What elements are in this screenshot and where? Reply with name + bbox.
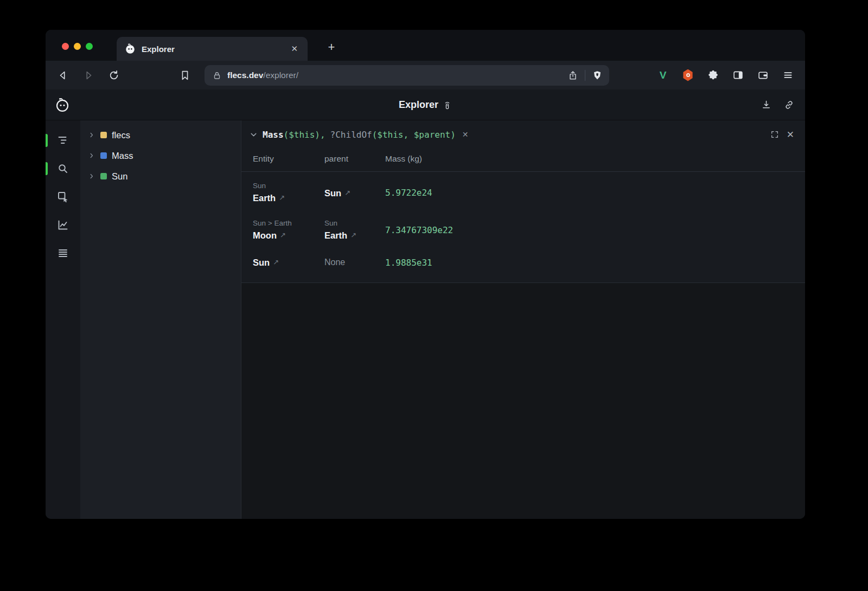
query-header: Mass($this),?ChildOf($this, $parent) ✕ ✕ (241, 120, 805, 149)
url-bar[interactable]: flecs.dev/explorer/ (205, 65, 609, 86)
query-optional-operator: ? (330, 130, 336, 140)
browser-tab[interactable]: Explorer ✕ (117, 37, 308, 61)
clear-query-icon[interactable]: ✕ (462, 130, 469, 139)
entity-cell: Sun Earth↗ (253, 181, 324, 205)
screenshot-stage: Explorer ✕ + (0, 0, 868, 591)
entity-path: Sun (253, 181, 324, 191)
charts-icon[interactable] (55, 217, 71, 233)
entity-color-swatch (100, 152, 107, 159)
wallet-icon[interactable] (753, 66, 773, 85)
minimize-window-button[interactable] (74, 43, 81, 50)
lock-icon (212, 70, 222, 80)
tree-item-mass[interactable]: Mass (80, 145, 241, 166)
chevron-right-icon[interactable] (88, 172, 95, 180)
navigation-bar: flecs.dev/explorer/ V (46, 61, 805, 89)
chevron-right-icon[interactable] (88, 152, 95, 159)
tree-item-label: Mass (112, 151, 133, 161)
query-panel-empty-area (241, 283, 805, 519)
active-indicator (46, 162, 48, 175)
tab-strip: Explorer ✕ + (46, 30, 805, 61)
close-panel-icon[interactable]: ✕ (787, 129, 794, 140)
mass-cell: 1.9885e31 (385, 258, 805, 268)
tree-item-flecs[interactable]: flecs (80, 125, 241, 145)
external-link-icon: ↗ (344, 186, 350, 200)
external-link-icon: ↗ (279, 191, 285, 205)
share-icon[interactable] (567, 70, 578, 81)
explorer-content: flecs Mass Sun (46, 120, 805, 519)
query-term-name: ChildOf (335, 130, 372, 140)
query-expression[interactable]: Mass($this),?ChildOf($this, $parent) (263, 130, 456, 140)
parent-cell: Sun↗ (324, 186, 385, 200)
header-actions (756, 95, 805, 114)
sidebar-toggle-icon[interactable] (728, 66, 748, 85)
query-term-args: ($this, $parent) (372, 130, 456, 140)
link-icon[interactable] (779, 95, 799, 114)
entity-tree-icon[interactable] (55, 132, 71, 149)
entity-cell: Sun↗ (253, 255, 324, 269)
parent-cell: None (324, 258, 385, 267)
tree-item-sun[interactable]: Sun (80, 166, 241, 187)
vue-devtools-icon[interactable]: V (653, 66, 673, 85)
entity-color-swatch (100, 132, 107, 138)
download-icon[interactable] (756, 95, 776, 114)
browser-window: Explorer ✕ + (46, 30, 805, 519)
mass-cell: 7.34767309e22 (385, 225, 805, 235)
fullscreen-icon[interactable] (770, 130, 779, 139)
entity-tree-panel: flecs Mass Sun (80, 120, 241, 519)
query-term-name: Mass (263, 130, 284, 140)
brave-shield-icon[interactable] (592, 70, 603, 81)
close-window-button[interactable] (62, 43, 69, 50)
parent-cell: Sun Earth↗ (324, 218, 385, 242)
tool-rail (46, 120, 80, 519)
entity-color-swatch (100, 173, 107, 179)
url-domain: flecs.dev (227, 70, 263, 80)
entity-path: Sun > Earth (253, 218, 324, 228)
mass-value: 5.9722e24 (385, 188, 432, 198)
explorer-header: Explorer (46, 89, 805, 120)
new-tab-button[interactable]: + (323, 40, 340, 56)
mass-value: 1.9885e31 (385, 258, 432, 268)
column-header-parent: parent (324, 154, 385, 164)
external-link-icon: ↗ (280, 228, 286, 242)
extensions-puzzle-icon[interactable] (703, 66, 723, 85)
connection-icon[interactable] (443, 100, 452, 110)
url-text: flecs.dev/explorer/ (227, 70, 567, 80)
query-search-icon[interactable] (55, 160, 71, 177)
reload-button[interactable] (104, 66, 124, 85)
column-header-entity: Entity (253, 154, 324, 164)
tree-item-label: Sun (112, 171, 127, 182)
menu-icon[interactable] (778, 66, 797, 85)
external-link-icon: ↗ (350, 228, 356, 242)
result-table-header: Entity parent Mass (kg) (241, 149, 805, 172)
back-button[interactable] (53, 66, 73, 85)
chevron-down-icon[interactable] (249, 130, 258, 139)
statistics-icon[interactable] (55, 245, 71, 261)
parent-none-value: None (324, 258, 345, 267)
column-header-mass: Mass (kg) (385, 154, 805, 164)
page-title-text: Explorer (399, 99, 438, 111)
mass-value: 7.34767309e22 (385, 225, 453, 235)
table-row: Sun↗ None 1.9885e31 (241, 249, 805, 276)
parent-link[interactable]: Sun↗ (324, 186, 385, 200)
hexagon-extension-icon[interactable] (678, 66, 698, 85)
traffic-lights (62, 43, 93, 50)
tab-close-icon[interactable]: ✕ (289, 43, 300, 55)
zoom-window-button[interactable] (86, 43, 93, 50)
entity-link[interactable]: Sun↗ (253, 255, 324, 269)
entity-link[interactable]: Earth↗ (253, 191, 324, 205)
mass-cell: 5.9722e24 (385, 188, 805, 198)
active-indicator (46, 134, 48, 147)
flecs-logo-icon[interactable] (54, 97, 71, 113)
tree-item-label: flecs (112, 130, 130, 140)
table-row: Sun > Earth Moon↗ Sun Earth↗ 7.34767309e… (241, 211, 805, 249)
page-title: Explorer (399, 99, 452, 111)
chevron-right-icon[interactable] (88, 131, 95, 139)
forward-button[interactable] (79, 66, 98, 85)
tab-title: Explorer (142, 44, 289, 54)
entity-link[interactable]: Moon↗ (253, 228, 324, 242)
query-result-block: Mass($this),?ChildOf($this, $parent) ✕ ✕ (241, 120, 805, 283)
bookmark-icon[interactable] (175, 66, 195, 85)
parent-link[interactable]: Earth↗ (324, 228, 385, 242)
inspector-icon[interactable] (55, 189, 71, 205)
table-row: Sun Earth↗ Sun↗ 5.9722e24 (241, 172, 805, 211)
